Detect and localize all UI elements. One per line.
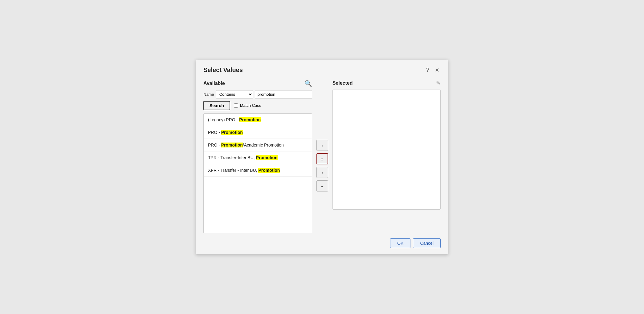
selected-list — [332, 90, 441, 210]
edit-icon: ✎ — [436, 80, 441, 87]
dialog-title: Select Values — [203, 66, 243, 74]
match-case-checkbox[interactable] — [234, 103, 238, 108]
search-button[interactable]: Search — [203, 101, 230, 110]
move-left-button[interactable]: ‹ — [316, 167, 328, 178]
filter-row: Name Contains Starts With Ends With Equa… — [203, 90, 312, 99]
available-panel-header: Available 🔍 — [203, 80, 312, 87]
transfer-buttons: › » ‹ « — [315, 98, 330, 233]
match-case-label[interactable]: Match Case — [234, 103, 261, 108]
available-list: (Legacy) PRO - Promotion PRO - Promotion… — [203, 113, 312, 233]
select-values-dialog: Select Values ? ✕ Available 🔍 Name Conta… — [196, 60, 448, 255]
dialog-header: Select Values ? ✕ — [203, 66, 441, 74]
cancel-button[interactable]: Cancel — [413, 238, 441, 248]
selected-panel-header: Selected ✎ — [332, 80, 441, 87]
main-columns: Available 🔍 Name Contains Starts With En… — [203, 80, 441, 233]
available-label: Available — [203, 81, 225, 86]
dialog-footer: OK Cancel — [203, 238, 441, 248]
move-all-left-button[interactable]: « — [316, 180, 328, 191]
selected-panel: Selected ✎ — [332, 80, 441, 233]
header-icons: ? ✕ — [425, 66, 441, 74]
filter-type-select[interactable]: Contains Starts With Ends With Equals — [216, 90, 253, 99]
available-panel: Available 🔍 Name Contains Starts With En… — [203, 80, 312, 233]
match-case-text: Match Case — [240, 103, 261, 108]
ok-button[interactable]: OK — [390, 238, 410, 248]
list-item[interactable]: PRO - Promotion — [204, 126, 312, 139]
help-button[interactable]: ? — [425, 66, 430, 74]
close-button[interactable]: ✕ — [434, 66, 441, 74]
selected-label: Selected — [332, 80, 353, 86]
filter-input[interactable] — [255, 90, 312, 99]
move-all-right-button[interactable]: » — [316, 153, 328, 164]
list-item[interactable]: XFR - Transfer - Inter BU, Promotion — [204, 164, 312, 177]
filter-label: Name — [203, 92, 214, 97]
search-row: Search Match Case — [203, 101, 312, 110]
list-item[interactable]: PRO - Promotion/Academic Promotion — [204, 139, 312, 151]
move-right-button[interactable]: › — [316, 140, 328, 151]
list-item[interactable]: (Legacy) PRO - Promotion — [204, 114, 312, 126]
list-item[interactable]: TPR - Transfer-Inter BU, Promotion — [204, 151, 312, 164]
search-icon: 🔍 — [304, 80, 312, 87]
